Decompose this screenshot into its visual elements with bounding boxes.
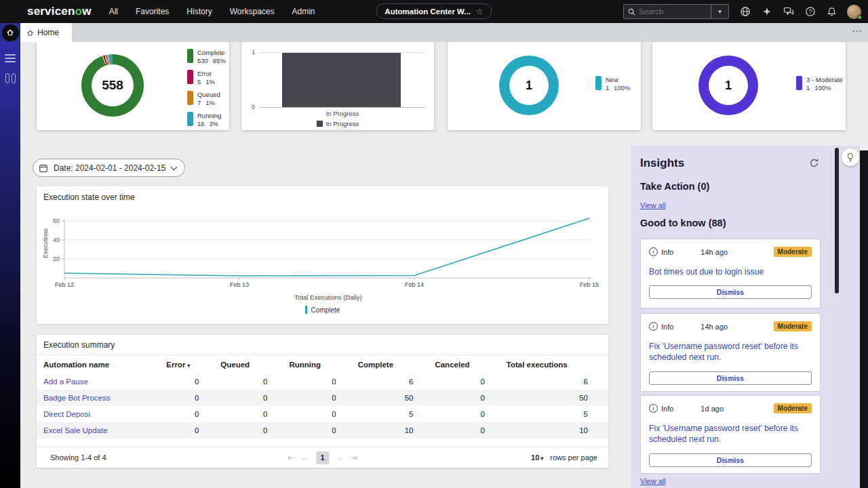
automation-link[interactable]: Add a Pause [37, 373, 159, 390]
search-field[interactable] [624, 5, 711, 18]
legend-pct: 100% [614, 84, 630, 92]
insights-toggle-lightbulb-icon[interactable] [842, 148, 859, 166]
cell-canceled: 0 [428, 390, 499, 406]
page-size-control: 10▾ rows per page [531, 453, 597, 462]
page-size-dropdown[interactable]: 10▾ [531, 453, 543, 462]
next-page-icon[interactable]: → [336, 453, 344, 462]
legend-item-queued: Queued71% [187, 91, 226, 106]
table-row: Excel Sale Update 0 0 0 10 0 10 [37, 422, 608, 439]
menu-hamburger-icon[interactable] [5, 54, 16, 62]
col-complete[interactable]: Complete [351, 355, 429, 373]
tab-strip: Home ⋯ [0, 23, 868, 42]
scrollbar-thumb[interactable] [835, 148, 839, 293]
xtick-feb13: Feb 13 [230, 281, 249, 288]
dismiss-button[interactable]: Dismiss [649, 453, 812, 467]
info-icon: i [649, 247, 658, 256]
dismiss-button[interactable]: Dismiss [649, 371, 812, 385]
bar-ytick-max: 1 [244, 49, 255, 56]
cell-queued: 0 [214, 390, 282, 406]
automation-link[interactable]: Badge Bot Process [37, 390, 159, 406]
workspace-pill-label: Automation Center W... [384, 7, 471, 16]
nav-item-workspaces[interactable]: Workspaces [230, 7, 275, 16]
insights-title: Insights [640, 157, 684, 170]
severity-badge: Moderate [774, 321, 812, 331]
search-icon [628, 8, 635, 16]
x-axis-title: Total Executions (Daily) [294, 293, 361, 301]
first-page-icon[interactable]: ⇤ [288, 453, 294, 462]
last-page-icon[interactable]: ⇥ [351, 453, 357, 462]
nav-item-favorites[interactable]: Favorites [136, 7, 169, 16]
insight-type: Info [661, 405, 673, 413]
chevron-down-icon [171, 163, 178, 170]
chat-icon[interactable] [783, 6, 794, 18]
workspace-panels-icon[interactable] [0, 73, 20, 83]
legend-pct: 3% [210, 120, 219, 127]
date-filter[interactable]: Date: 2024-02-01 - 2024-02-15 [33, 159, 185, 177]
tab-home-label: Home [37, 28, 59, 37]
nav-item-admin[interactable]: Admin [292, 7, 315, 16]
card-in-progress: 1 0 In Progress In Progress [241, 41, 434, 130]
insight-message[interactable]: Bot times out due to login issue [649, 266, 812, 277]
notifications-bell-icon[interactable] [826, 6, 837, 18]
tab-home[interactable]: Home [20, 23, 72, 42]
legend-value: 530 [197, 57, 208, 64]
refresh-icon[interactable] [809, 158, 819, 171]
automation-link[interactable]: Direct Deposi [37, 406, 159, 422]
take-action-view-all-link[interactable]: View all [640, 201, 666, 209]
rows-per-page-label: rows per page [550, 453, 597, 462]
ai-sparkle-icon[interactable] [761, 6, 772, 18]
legend-value: 16 [197, 120, 205, 127]
search-input[interactable] [639, 7, 707, 16]
home-button[interactable] [0, 23, 20, 42]
xtick-feb15: Feb 15 [580, 281, 599, 288]
legend-pct: 100% [814, 84, 831, 92]
servicenow-logo[interactable]: servicenow [27, 5, 92, 18]
nav-item-history[interactable]: History [186, 7, 212, 16]
table-header-row: Automation name Error▾ Queued Running Co… [37, 355, 608, 373]
automation-link[interactable]: Excel Sale Update [37, 422, 159, 439]
good-to-know-view-all-link[interactable]: View all [640, 477, 666, 485]
legend-chip-new [595, 76, 601, 90]
globe-icon[interactable] [739, 6, 751, 18]
col-error[interactable]: Error▾ [159, 355, 214, 373]
nav-item-all[interactable]: All [109, 7, 118, 16]
current-page[interactable]: 1 [316, 451, 329, 464]
home-circle [2, 24, 19, 41]
col-canceled[interactable]: Canceled [428, 355, 499, 373]
legend-label: In Progress [326, 120, 359, 127]
cell-total: 50 [500, 390, 608, 406]
insight-message[interactable]: Fix 'Username password reset' before its… [649, 423, 812, 445]
tab-overflow-icon[interactable]: ⋯ [852, 25, 863, 37]
bar-in-progress [282, 53, 401, 107]
cell-total: 5 [500, 406, 608, 422]
donut-chart-executions: 558 [81, 54, 144, 117]
favorite-star-icon[interactable]: ☆ [476, 7, 484, 16]
search-box: ▾ [623, 4, 729, 19]
chart-title: Execution state over time [43, 192, 135, 202]
cell-queued: 0 [214, 373, 282, 390]
execution-state-chart-card: Execution state over time 60 40 20 Execu… [37, 186, 608, 324]
search-scope-dropdown[interactable]: ▾ [711, 5, 728, 18]
legend-chip-complete [187, 49, 193, 63]
col-running[interactable]: Running [282, 355, 351, 373]
cell-error: 0 [159, 373, 214, 390]
dismiss-button[interactable]: Dismiss [649, 285, 812, 299]
help-icon[interactable]: ? [804, 6, 816, 18]
cell-complete: 5 [351, 406, 429, 422]
info-icon: i [649, 404, 658, 413]
insight-message[interactable]: Fix 'Username password reset' before its… [649, 341, 812, 363]
donut-legend: 3 - Moderate1100% [796, 76, 843, 97]
col-error-label: Error [166, 361, 185, 369]
page-size-value: 10 [531, 453, 539, 462]
col-total-executions[interactable]: Total executions [500, 355, 608, 373]
cell-total: 10 [500, 422, 608, 439]
prev-page-icon[interactable]: ← [301, 453, 309, 462]
col-queued[interactable]: Queued [214, 355, 282, 373]
window-edge-strip [860, 150, 868, 488]
date-filter-label: Date: 2024-02-01 - 2024-02-15 [54, 163, 165, 173]
col-automation-name[interactable]: Automation name [37, 355, 159, 373]
severity-badge: Moderate [774, 247, 812, 257]
user-avatar[interactable] [847, 5, 861, 19]
info-icon: i [649, 322, 658, 331]
workspace-pill[interactable]: Automation Center W... ☆ [376, 3, 492, 19]
